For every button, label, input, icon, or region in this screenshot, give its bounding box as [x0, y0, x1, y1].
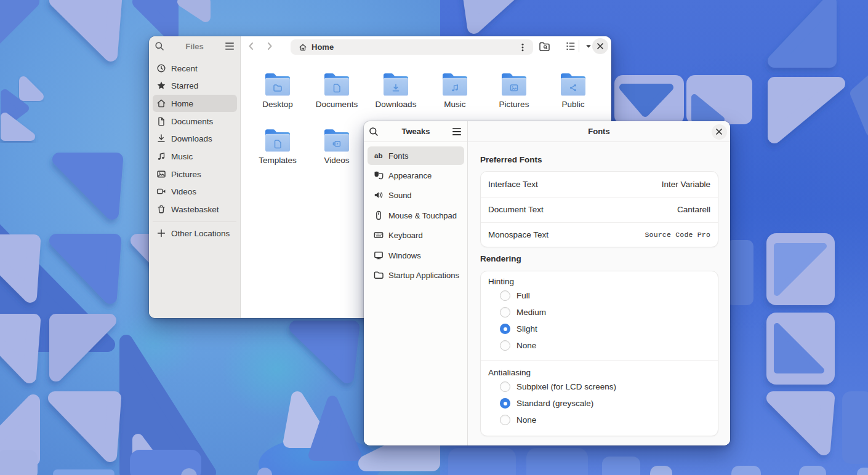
svg-text:ab: ab	[374, 152, 382, 159]
